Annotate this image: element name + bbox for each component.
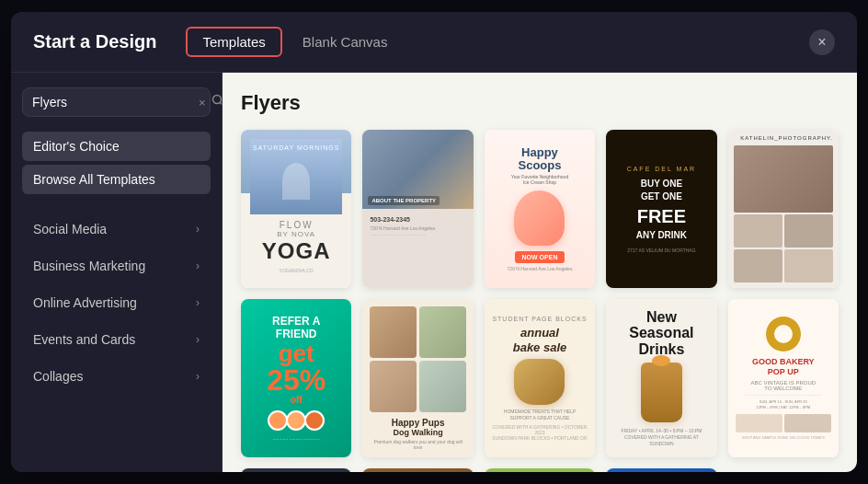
chevron-icon: › (196, 370, 200, 383)
template-grid: SATURDAY MORNINGS FLOW BY NOVA YOGA YOGA… (241, 130, 839, 472)
template-card-cooking[interactable]: THE KITCHEN AT YACIAN FARM COOKINGCLASSS… (241, 468, 351, 472)
online-advertising-label: Online Advertising (33, 295, 137, 310)
modal-body: × Editor's Choice Browse All Templates (11, 73, 857, 472)
template-card-refer[interactable]: REFER AFRIEND get 25% off ············ ·… (241, 299, 351, 457)
search-clear-icon[interactable]: × (199, 96, 206, 109)
chevron-icon: › (196, 296, 200, 309)
template-card-icecream[interactable]: HappyScoops Your Favorite NeighborhoodIc… (485, 130, 595, 288)
template-card-wedding[interactable]: WEDDINGWORKSHOP LEARN TO CREATE (362, 468, 473, 472)
template-card-photo[interactable]: KATHELIN_PHOTOGRAPHY. (728, 130, 839, 288)
template-card-cafe[interactable]: CAFE DEL MAR BUY ONEGET ONE FREE ANY DRI… (606, 130, 716, 288)
template-card-drinks[interactable]: NewSeasonalDrinks FRIDAY • APRIL 14–30 •… (606, 299, 716, 457)
close-button[interactable]: × (809, 29, 835, 55)
tab-blank-canvas[interactable]: Blank Canvas (286, 27, 405, 57)
sidebar: × Editor's Choice Browse All Templates (11, 73, 223, 472)
template-card-bakery[interactable]: GOOD BAKERYPOP UP ABC VINTAGE IS PROUDTO… (728, 299, 839, 457)
business-marketing-label: Business Marketing (33, 259, 145, 273)
design-modal: Start a Design Templates Blank Canvas × … (11, 12, 857, 472)
browse-all-label: Browse All Templates (33, 172, 155, 187)
sidebar-item-browse-all[interactable]: Browse All Templates (22, 165, 211, 194)
modal-overlay: Start a Design Templates Blank Canvas × … (0, 0, 868, 484)
chevron-icon: › (196, 223, 200, 236)
sidebar-item-collages[interactable]: Collages › (22, 360, 211, 393)
sidebar-item-social-media[interactable]: Social Media › (22, 213, 211, 246)
search-box[interactable]: × (22, 87, 211, 117)
sidebar-item-editors-choice[interactable]: Editor's Choice (22, 132, 211, 161)
template-card-intl[interactable]: 🌐 International D... (606, 468, 716, 472)
sidebar-divider (22, 198, 211, 209)
template-content: Flyers SATURDAY MORNINGS FLOW BY NOVA (223, 73, 857, 472)
tab-templates[interactable]: Templates (186, 27, 281, 57)
collages-label: Collages (33, 369, 83, 384)
template-card-dogwalk[interactable]: Happy Pups Dog Walking Premium dog walke… (362, 299, 473, 457)
sidebar-item-online-advertising[interactable]: Online Advertising › (22, 286, 211, 319)
tab-group: Templates Blank Canvas (186, 27, 404, 57)
template-card-house[interactable]: ABOUT THE PROPERTY 503-234-2345 720 N Ha… (362, 130, 473, 288)
events-cards-label: Events and Cards (33, 332, 135, 347)
chevron-icon: › (196, 333, 200, 346)
template-card-bake[interactable]: STUDENT PAGE BLOCKS annualbake sale HOME… (485, 299, 595, 457)
search-input[interactable] (32, 95, 193, 109)
modal-header: Start a Design Templates Blank Canvas × (11, 12, 857, 73)
social-media-label: Social Media (33, 222, 107, 236)
modal-title: Start a Design (33, 31, 156, 52)
search-icon[interactable] (211, 94, 223, 110)
template-card-yoga[interactable]: SATURDAY MORNINGS FLOW BY NOVA YOGA YOGA… (241, 130, 351, 288)
content-title: Flyers (241, 91, 839, 115)
chevron-icon: › (196, 259, 200, 272)
template-card-spring[interactable]: Spring NATURE BOUTIQUE (485, 468, 595, 472)
sidebar-item-business-marketing[interactable]: Business Marketing › (22, 249, 211, 282)
sidebar-item-events-cards[interactable]: Events and Cards › (22, 323, 211, 356)
editors-choice-label: Editor's Choice (33, 139, 120, 154)
